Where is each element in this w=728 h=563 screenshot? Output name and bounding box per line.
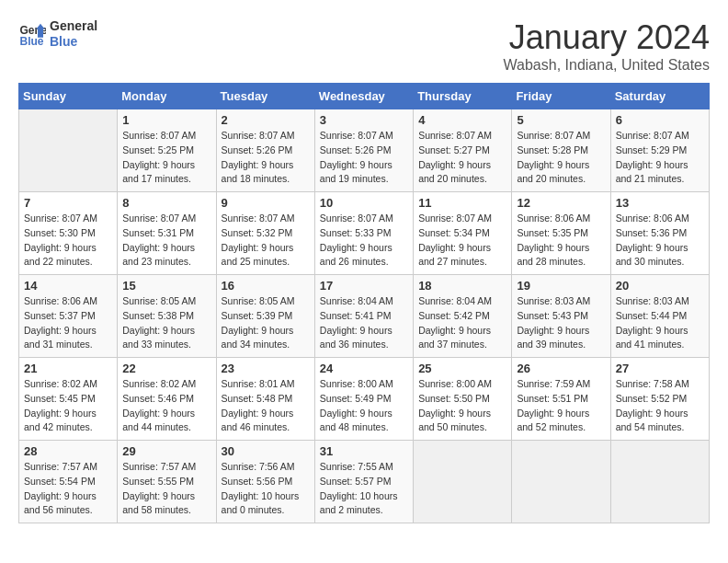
calendar-week-row: 14Sunrise: 8:06 AMSunset: 5:37 PMDayligh…: [19, 275, 710, 358]
day-number: 7: [24, 196, 112, 210]
location-subtitle: Wabash, Indiana, United States: [504, 57, 710, 74]
day-info: Sunrise: 8:00 AMSunset: 5:49 PMDaylight:…: [320, 377, 408, 435]
calendar-cell: 11Sunrise: 8:07 AMSunset: 5:34 PMDayligh…: [414, 192, 512, 275]
day-info: Sunrise: 8:05 AMSunset: 5:38 PMDaylight:…: [122, 294, 210, 352]
page-header: General Blue GeneralBlue January 2024 Wa…: [18, 18, 710, 74]
day-info: Sunrise: 8:07 AMSunset: 5:26 PMDaylight:…: [222, 129, 310, 187]
day-number: 28: [24, 444, 112, 458]
calendar-cell: 2Sunrise: 8:07 AMSunset: 5:26 PMDaylight…: [216, 109, 314, 192]
day-info: Sunrise: 7:57 AMSunset: 5:55 PMDaylight:…: [122, 460, 210, 518]
calendar-cell: 3Sunrise: 8:07 AMSunset: 5:26 PMDaylight…: [314, 109, 413, 192]
calendar-cell: 23Sunrise: 8:01 AMSunset: 5:48 PMDayligh…: [216, 358, 314, 441]
day-number: 16: [222, 279, 310, 293]
calendar-cell: 27Sunrise: 7:58 AMSunset: 5:52 PMDayligh…: [610, 358, 709, 441]
calendar-cell: 7Sunrise: 8:07 AMSunset: 5:30 PMDaylight…: [19, 192, 118, 275]
logo-text: GeneralBlue: [50, 18, 97, 50]
day-number: 9: [222, 196, 310, 210]
calendar-cell: 26Sunrise: 7:59 AMSunset: 5:51 PMDayligh…: [512, 358, 610, 441]
header-tuesday: Tuesday: [216, 84, 314, 109]
calendar-cell: 25Sunrise: 8:00 AMSunset: 5:50 PMDayligh…: [414, 358, 512, 441]
day-info: Sunrise: 7:55 AMSunset: 5:57 PMDaylight:…: [320, 460, 408, 518]
day-number: 5: [517, 113, 605, 127]
calendar-cell: 15Sunrise: 8:05 AMSunset: 5:38 PMDayligh…: [118, 275, 216, 358]
calendar-week-row: 7Sunrise: 8:07 AMSunset: 5:30 PMDaylight…: [19, 192, 710, 275]
calendar-week-row: 1Sunrise: 8:07 AMSunset: 5:25 PMDaylight…: [19, 109, 710, 192]
calendar-cell: [512, 441, 610, 523]
day-info: Sunrise: 8:05 AMSunset: 5:39 PMDaylight:…: [222, 294, 310, 352]
day-number: 30: [222, 444, 310, 458]
day-info: Sunrise: 8:07 AMSunset: 5:28 PMDaylight:…: [517, 129, 605, 187]
day-info: Sunrise: 8:00 AMSunset: 5:50 PMDaylight:…: [418, 377, 506, 435]
calendar-cell: 1Sunrise: 8:07 AMSunset: 5:25 PMDaylight…: [118, 109, 216, 192]
header-friday: Friday: [512, 84, 610, 109]
calendar-cell: 5Sunrise: 8:07 AMSunset: 5:28 PMDaylight…: [512, 109, 610, 192]
logo-icon: General Blue: [18, 20, 46, 48]
header-saturday: Saturday: [610, 84, 709, 109]
day-info: Sunrise: 8:07 AMSunset: 5:25 PMDaylight:…: [122, 129, 210, 187]
day-info: Sunrise: 8:03 AMSunset: 5:44 PMDaylight:…: [616, 294, 704, 352]
calendar-cell: [19, 109, 118, 192]
day-number: 4: [418, 113, 506, 127]
calendar-header-row: SundayMondayTuesdayWednesdayThursdayFrid…: [19, 84, 710, 109]
calendar-cell: 9Sunrise: 8:07 AMSunset: 5:32 PMDaylight…: [216, 192, 314, 275]
day-info: Sunrise: 8:07 AMSunset: 5:29 PMDaylight:…: [616, 129, 704, 187]
day-number: 26: [517, 362, 605, 375]
calendar-cell: 31Sunrise: 7:55 AMSunset: 5:57 PMDayligh…: [314, 441, 413, 523]
day-info: Sunrise: 8:07 AMSunset: 5:32 PMDaylight:…: [222, 212, 310, 270]
calendar-cell: 16Sunrise: 8:05 AMSunset: 5:39 PMDayligh…: [216, 275, 314, 358]
day-number: 13: [616, 196, 704, 210]
calendar-cell: 8Sunrise: 8:07 AMSunset: 5:31 PMDaylight…: [118, 192, 216, 275]
calendar-cell: 13Sunrise: 8:06 AMSunset: 5:36 PMDayligh…: [610, 192, 709, 275]
day-info: Sunrise: 8:01 AMSunset: 5:48 PMDaylight:…: [222, 377, 310, 435]
header-monday: Monday: [118, 84, 216, 109]
calendar-week-row: 28Sunrise: 7:57 AMSunset: 5:54 PMDayligh…: [19, 441, 710, 523]
title-area: January 2024 Wabash, Indiana, United Sta…: [504, 18, 710, 74]
day-number: 2: [222, 113, 310, 127]
header-sunday: Sunday: [19, 84, 118, 109]
month-title: January 2024: [504, 18, 710, 57]
day-info: Sunrise: 8:06 AMSunset: 5:36 PMDaylight:…: [616, 212, 704, 270]
calendar-cell: 17Sunrise: 8:04 AMSunset: 5:41 PMDayligh…: [314, 275, 413, 358]
day-info: Sunrise: 8:06 AMSunset: 5:35 PMDaylight:…: [517, 212, 605, 270]
day-info: Sunrise: 7:59 AMSunset: 5:51 PMDaylight:…: [517, 377, 605, 435]
day-info: Sunrise: 8:07 AMSunset: 5:34 PMDaylight:…: [418, 212, 506, 270]
calendar-cell: 10Sunrise: 8:07 AMSunset: 5:33 PMDayligh…: [314, 192, 413, 275]
day-number: 8: [122, 196, 210, 210]
calendar-cell: 4Sunrise: 8:07 AMSunset: 5:27 PMDaylight…: [414, 109, 512, 192]
calendar-cell: 12Sunrise: 8:06 AMSunset: 5:35 PMDayligh…: [512, 192, 610, 275]
calendar-cell: 14Sunrise: 8:06 AMSunset: 5:37 PMDayligh…: [19, 275, 118, 358]
calendar-cell: [610, 441, 709, 523]
day-number: 22: [122, 362, 210, 375]
calendar-cell: 24Sunrise: 8:00 AMSunset: 5:49 PMDayligh…: [314, 358, 413, 441]
day-info: Sunrise: 8:03 AMSunset: 5:43 PMDaylight:…: [517, 294, 605, 352]
day-number: 1: [122, 113, 210, 127]
day-number: 31: [320, 444, 408, 458]
day-info: Sunrise: 8:02 AMSunset: 5:46 PMDaylight:…: [122, 377, 210, 435]
day-number: 11: [418, 196, 506, 210]
day-info: Sunrise: 8:04 AMSunset: 5:42 PMDaylight:…: [418, 294, 506, 352]
day-number: 18: [418, 279, 506, 293]
day-info: Sunrise: 8:07 AMSunset: 5:26 PMDaylight:…: [320, 129, 408, 187]
day-number: 20: [616, 279, 704, 293]
calendar-week-row: 21Sunrise: 8:02 AMSunset: 5:45 PMDayligh…: [19, 358, 710, 441]
calendar-cell: 22Sunrise: 8:02 AMSunset: 5:46 PMDayligh…: [118, 358, 216, 441]
day-info: Sunrise: 8:02 AMSunset: 5:45 PMDaylight:…: [24, 377, 112, 435]
day-info: Sunrise: 8:07 AMSunset: 5:33 PMDaylight:…: [320, 212, 408, 270]
day-number: 25: [418, 362, 506, 375]
day-number: 27: [616, 362, 704, 375]
day-number: 21: [24, 362, 112, 375]
calendar-cell: 19Sunrise: 8:03 AMSunset: 5:43 PMDayligh…: [512, 275, 610, 358]
calendar-table: SundayMondayTuesdayWednesdayThursdayFrid…: [18, 83, 710, 523]
day-number: 12: [517, 196, 605, 210]
calendar-cell: 20Sunrise: 8:03 AMSunset: 5:44 PMDayligh…: [610, 275, 709, 358]
day-number: 23: [222, 362, 310, 375]
calendar-cell: 21Sunrise: 8:02 AMSunset: 5:45 PMDayligh…: [19, 358, 118, 441]
day-number: 15: [122, 279, 210, 293]
day-info: Sunrise: 8:07 AMSunset: 5:27 PMDaylight:…: [418, 129, 506, 187]
day-number: 19: [517, 279, 605, 293]
day-info: Sunrise: 8:07 AMSunset: 5:30 PMDaylight:…: [24, 212, 112, 270]
calendar-cell: 18Sunrise: 8:04 AMSunset: 5:42 PMDayligh…: [414, 275, 512, 358]
day-info: Sunrise: 8:04 AMSunset: 5:41 PMDaylight:…: [320, 294, 408, 352]
header-wednesday: Wednesday: [314, 84, 413, 109]
logo: General Blue GeneralBlue: [18, 18, 97, 50]
